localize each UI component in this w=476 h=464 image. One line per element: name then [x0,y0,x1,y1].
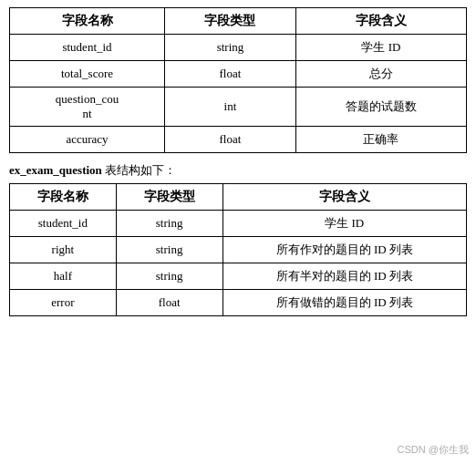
table1-cell-name: accuracy [10,127,165,153]
section-label-suffix: 表结构如下： [102,163,176,177]
table1-header-type: 字段类型 [165,8,296,35]
table2-cell-name: student_id [10,211,117,237]
table1-cell-meaning: 答题的试题数 [295,88,466,127]
table1-header-name: 字段名称 [10,8,165,35]
section-label-strong: ex_exam_question [9,163,102,177]
table1-header-meaning: 字段含义 [295,8,466,35]
table1-cell-name: student_id [10,35,165,61]
table2-cell-meaning: 学生 ID [222,211,467,237]
table2-cell-name: right [10,237,117,263]
table2-header-meaning: 字段含义 [222,184,467,211]
table2-cell-type: string [116,263,222,290]
watermark: CSDN @你生我 [398,443,469,457]
table2-cell-type: string [116,211,222,237]
table1-cell-type: int [165,88,296,127]
table2-cell-meaning: 所有做错的题目的 ID 列表 [222,290,467,316]
table1-cell-type: float [165,127,296,153]
table-row: errorfloat所有做错的题目的 ID 列表 [10,290,467,316]
table2-cell-meaning: 所有半对的题目的 ID 列表 [222,263,467,290]
table2-header-row: 字段名称 字段类型 字段含义 [10,184,467,211]
table-row: rightstring所有作对的题目的 ID 列表 [10,237,467,263]
table1-cell-meaning: 学生 ID [295,35,466,61]
table2: 字段名称 字段类型 字段含义 student_idstring学生 IDrigh… [9,183,467,316]
table2-header-type: 字段类型 [116,184,222,211]
table-row: total_scorefloat总分 [10,61,467,88]
table1: 字段名称 字段类型 字段含义 student_idstring学生 IDtota… [9,7,467,153]
table1-cell-meaning: 正确率 [295,127,466,153]
table1-cell-type: string [165,35,296,61]
table-row: halfstring所有半对的题目的 ID 列表 [10,263,467,290]
table2-cell-name: error [10,290,117,316]
table-row: student_idstring学生 ID [10,35,467,61]
table1-cell-name: total_score [10,61,165,88]
table2-cell-meaning: 所有作对的题目的 ID 列表 [222,237,467,263]
table-row: accuracyfloat正确率 [10,127,467,153]
table2-container: 字段名称 字段类型 字段含义 student_idstring学生 IDrigh… [9,183,467,316]
table2-cell-name: half [10,263,117,290]
table-row: question_countint答题的试题数 [10,88,467,127]
section-label: ex_exam_question 表结构如下： [9,162,467,179]
table2-header-name: 字段名称 [10,184,117,211]
table2-cell-type: float [116,290,222,316]
table1-cell-type: float [165,61,296,88]
table1-cell-name: question_count [10,88,165,127]
table2-cell-type: string [116,237,222,263]
table-row: student_idstring学生 ID [10,211,467,237]
table1-cell-meaning: 总分 [295,61,466,88]
table1-container: 字段名称 字段类型 字段含义 student_idstring学生 IDtota… [9,7,467,153]
table1-header-row: 字段名称 字段类型 字段含义 [10,8,467,35]
